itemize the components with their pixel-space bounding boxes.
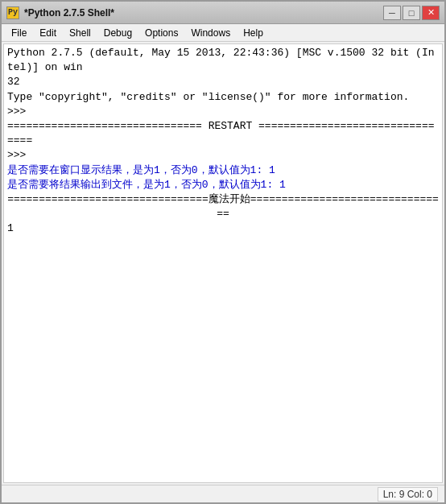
shell-line-9: 1 <box>7 221 439 236</box>
menu-options[interactable]: Options <box>138 26 184 40</box>
status-text: Ln: 9 Col: 0 <box>378 487 438 502</box>
shell-line-2: Type "copyright", "credits" or "license(… <box>7 90 439 105</box>
window-controls: ─ □ ✕ <box>383 6 440 20</box>
menu-shell[interactable]: Shell <box>63 26 97 40</box>
minimize-button[interactable]: ─ <box>383 6 401 20</box>
menu-bar: File Edit Shell Debug Options Windows He… <box>2 24 444 42</box>
close-button[interactable]: ✕ <box>422 6 440 20</box>
app-icon: Py <box>6 6 19 19</box>
shell-line-1: 32 <box>7 75 439 89</box>
shell-line-3: >>> <box>7 105 439 119</box>
shell-line-6: 是否需要在窗口显示结果，是为1，否为0，默认值为1: 1 <box>7 163 439 178</box>
window-title: *Python 2.7.5 Shell* <box>24 7 383 19</box>
main-window: Py *Python 2.7.5 Shell* ─ □ ✕ File Edit … <box>0 0 446 504</box>
shell-line-5: >>> <box>7 148 439 163</box>
status-bar: Ln: 9 Col: 0 <box>2 485 444 502</box>
shell-line-8: ================================魔法开始====… <box>7 192 439 221</box>
shell-output[interactable]: Python 2.7.5 (default, May 15 2013, 22:4… <box>3 43 443 483</box>
shell-line-0: Python 2.7.5 (default, May 15 2013, 22:4… <box>7 46 439 75</box>
title-bar: Py *Python 2.7.5 Shell* ─ □ ✕ <box>2 2 444 24</box>
menu-debug[interactable]: Debug <box>97 26 138 40</box>
menu-file[interactable]: File <box>5 26 33 40</box>
menu-edit[interactable]: Edit <box>33 26 63 40</box>
menu-help[interactable]: Help <box>237 26 270 40</box>
menu-windows[interactable]: Windows <box>184 26 237 40</box>
maximize-button[interactable]: □ <box>403 6 420 20</box>
shell-line-4: =============================== RESTART … <box>7 119 439 148</box>
shell-line-7: 是否需要将结果输出到文件，是为1，否为0，默认值为1: 1 <box>7 178 439 192</box>
